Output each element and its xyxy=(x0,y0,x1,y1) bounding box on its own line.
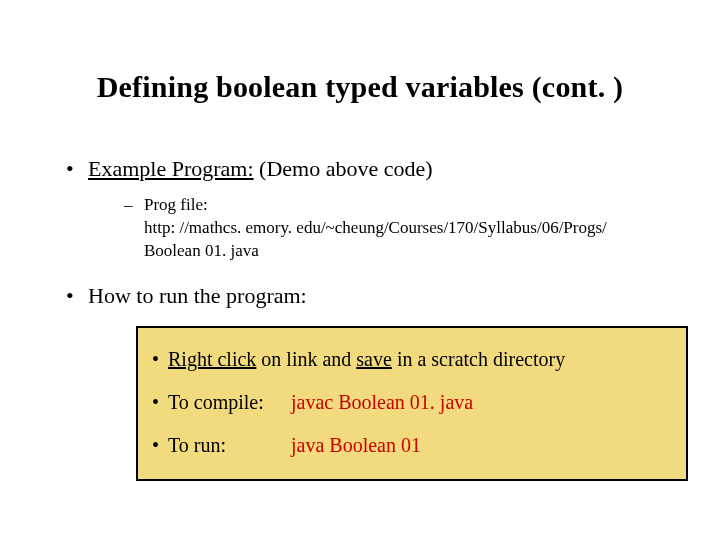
box-bullet-icon: • xyxy=(152,346,168,373)
box-bullet-icon: • xyxy=(152,432,168,459)
row1-post: in a scratch directory xyxy=(392,348,565,370)
bullet-how-to-run: How to run the program: • Right click on… xyxy=(60,281,660,482)
prog-file-url: http: //mathcs. emory. edu/~cheung/Cours… xyxy=(144,218,607,260)
right-click-text: Right click xyxy=(168,348,256,370)
row1-mid: on link and xyxy=(256,348,356,370)
sub-prog-file: Prog file: http: //mathcs. emory. edu/~c… xyxy=(88,194,660,263)
slide-title: Defining boolean typed variables (cont. … xyxy=(60,70,660,104)
box-row-rightclick: • Right click on link and save in a scra… xyxy=(144,338,680,381)
compile-command: javac Boolean 01. java xyxy=(291,391,473,413)
sub-list: Prog file: http: //mathcs. emory. edu/~c… xyxy=(88,194,660,263)
box-row-compile: • To compile: javac Boolean 01. java xyxy=(144,381,680,424)
instruction-box: • Right click on link and save in a scra… xyxy=(136,326,688,481)
box-row-3-content: To run: java Boolean 01 xyxy=(168,432,676,459)
box-row-run: • To run: java Boolean 01 xyxy=(144,424,680,467)
how-to-run-text: How to run the program: xyxy=(88,283,307,308)
compile-label: To compile: xyxy=(168,389,286,416)
example-program-label: Example Program: xyxy=(88,156,254,181)
box-row-2-content: To compile: javac Boolean 01. java xyxy=(168,389,676,416)
run-command: java Boolean 01 xyxy=(291,434,421,456)
box-row-1-content: Right click on link and save in a scratc… xyxy=(168,346,676,373)
bullet-example-program: Example Program: (Demo above code) Prog … xyxy=(60,154,660,263)
save-text: save xyxy=(356,348,392,370)
slide: Defining boolean typed variables (cont. … xyxy=(0,0,720,540)
example-program-rest: (Demo above code) xyxy=(254,156,433,181)
box-bullet-icon: • xyxy=(152,389,168,416)
main-list: Example Program: (Demo above code) Prog … xyxy=(60,154,660,481)
prog-file-label: Prog file: xyxy=(144,195,208,214)
run-label: To run: xyxy=(168,432,286,459)
